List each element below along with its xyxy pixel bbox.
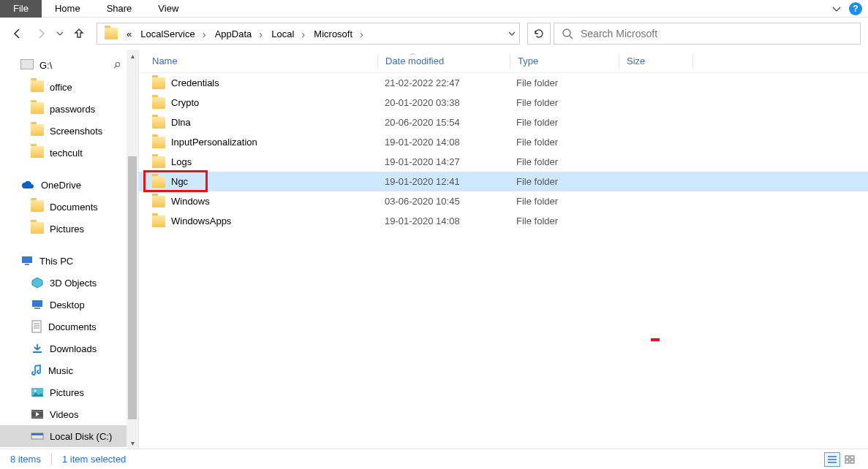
- table-row[interactable]: Dlna20-06-2020 15:54File folder: [139, 113, 868, 132]
- tree-item[interactable]: Downloads: [0, 338, 138, 359]
- tree-item-label: G:\: [39, 60, 52, 71]
- scroll-up-icon[interactable]: ▴: [131, 50, 135, 61]
- tree-item[interactable]: Pictures: [0, 381, 138, 403]
- col-name[interactable]: Name: [139, 56, 377, 66]
- folder-icon: [152, 137, 165, 148]
- file-name: InputPersonalization: [171, 137, 257, 148]
- table-row[interactable]: Logs19-01-2020 14:27File folder: [139, 152, 868, 172]
- music-icon: [31, 364, 42, 377]
- folder-icon: [152, 196, 165, 207]
- file-date: 21-02-2022 22:47: [377, 77, 509, 88]
- file-name: Credentials: [171, 77, 219, 88]
- table-row[interactable]: WindowsApps19-01-2020 14:08File folder: [139, 211, 868, 231]
- tree-item[interactable]: OneDrive: [0, 174, 138, 196]
- breadcrumb-seg-1[interactable]: AppData: [211, 23, 268, 44]
- tree-item[interactable]: Screenshots: [0, 120, 138, 142]
- file-date: 19-01-2020 14:08: [377, 216, 509, 226]
- tree-item-label: Screenshots: [50, 126, 102, 137]
- status-selection: 1 item selected: [62, 454, 126, 465]
- address-bar[interactable]: « LocalService AppData Local Microsoft: [97, 23, 520, 45]
- tree-item-label: Desktop: [50, 300, 85, 310]
- table-row[interactable]: Ngc19-01-2020 12:41File folder: [139, 172, 868, 191]
- ribbon-tab-share[interactable]: Share: [94, 0, 146, 18]
- ribbon-tab-view[interactable]: View: [145, 0, 192, 18]
- tree-item-label: Downloads: [50, 343, 97, 354]
- table-row[interactable]: InputPersonalization19-01-2020 14:08File…: [139, 132, 868, 152]
- ribbon-tab-home[interactable]: Home: [42, 0, 94, 18]
- search-input[interactable]: [581, 28, 853, 39]
- folder-icon: [152, 216, 165, 227]
- folder-icon: [31, 102, 44, 116]
- search-box[interactable]: [554, 23, 861, 45]
- tree-item[interactable]: Pictures: [0, 218, 138, 240]
- tree-item-label: Videos: [50, 409, 79, 420]
- tree-item[interactable]: Desktop: [0, 294, 138, 316]
- tree-item-label: techcult: [50, 148, 83, 159]
- table-row[interactable]: Credentials21-02-2022 22:47File folder: [139, 73, 868, 93]
- view-thumbnails-button[interactable]: [842, 452, 858, 467]
- tree-item[interactable]: This PC: [0, 250, 138, 272]
- svg-rect-3: [32, 300, 42, 307]
- tree-item[interactable]: Local Disk (C:): [0, 425, 138, 447]
- tree-item[interactable]: techcult: [0, 142, 138, 164]
- scroll-thumb[interactable]: [128, 156, 137, 419]
- file-date: 19-01-2020 14:27: [377, 156, 509, 167]
- tree-item[interactable]: Documents: [0, 196, 138, 218]
- breadcrumb-seg-3[interactable]: Microsoft: [309, 23, 368, 44]
- tree-item[interactable]: Documents: [0, 316, 138, 338]
- file-type: File folder: [509, 77, 617, 88]
- videos-icon: [31, 408, 44, 420]
- ribbon-tab-file[interactable]: File: [0, 0, 42, 18]
- nav-row: « LocalService AppData Local Microsoft: [0, 18, 868, 50]
- docs-icon: [31, 320, 42, 333]
- up-button[interactable]: [69, 23, 89, 44]
- folder-icon: [152, 97, 165, 109]
- file-name: Crypto: [171, 97, 199, 108]
- tree-item-label: This PC: [39, 256, 73, 267]
- back-button[interactable]: [7, 23, 28, 44]
- address-dropdown-icon[interactable]: [507, 29, 516, 38]
- table-row[interactable]: Crypto20-01-2020 03:38File folder: [139, 93, 868, 113]
- folder-icon: [31, 124, 44, 138]
- folder-icon: [31, 80, 44, 94]
- recent-dropdown-icon[interactable]: [54, 23, 66, 44]
- ribbon-expand-icon[interactable]: [831, 4, 842, 14]
- svg-rect-10: [31, 433, 43, 435]
- file-date: 20-01-2020 03:38: [377, 97, 509, 108]
- tree-item[interactable]: office: [0, 76, 138, 98]
- col-date[interactable]: Date modified: [378, 56, 510, 66]
- tree-item[interactable]: 3D Objects: [0, 272, 138, 294]
- svg-rect-13: [845, 460, 849, 463]
- tree-item[interactable]: G:\⚲: [0, 54, 138, 76]
- tree-scrollbar[interactable]: ▴ ▾: [127, 50, 138, 449]
- column-headers: ︿ Name Date modified Type Size: [139, 50, 868, 73]
- breadcrumb-folder-icon[interactable]: [100, 23, 122, 44]
- localdisk-icon: [31, 430, 44, 442]
- tree-item[interactable]: passwords: [0, 98, 138, 120]
- table-row[interactable]: Windows03-06-2020 10:45File folder: [139, 191, 868, 211]
- tree-item[interactable]: Videos: [0, 403, 138, 425]
- svg-point-0: [563, 29, 570, 37]
- help-icon[interactable]: ?: [849, 2, 862, 15]
- annotation-mark: [651, 338, 660, 341]
- file-type: File folder: [509, 137, 617, 148]
- nav-tree: G:\⚲officepasswordsScreenshotstechcultOn…: [0, 50, 139, 449]
- folder-icon: [152, 117, 165, 129]
- folder-icon: [31, 146, 44, 160]
- forward-button[interactable]: [31, 23, 51, 44]
- pictures-icon: [31, 386, 44, 398]
- tree-item-label: Pictures: [50, 224, 84, 234]
- file-type: File folder: [509, 176, 617, 187]
- folder-icon: [152, 77, 165, 89]
- tree-item[interactable]: Music: [0, 359, 138, 381]
- col-size[interactable]: Size: [619, 56, 692, 66]
- scroll-down-icon[interactable]: ▾: [131, 437, 135, 449]
- col-type[interactable]: Type: [510, 56, 619, 66]
- view-details-button[interactable]: [824, 452, 840, 467]
- file-type: File folder: [509, 216, 617, 226]
- breadcrumb-seg-0[interactable]: LocalService: [136, 23, 210, 44]
- breadcrumb-seg-2[interactable]: Local: [267, 23, 309, 44]
- desktop-icon: [31, 299, 44, 310]
- refresh-button[interactable]: [527, 23, 551, 45]
- tree-item-label: office: [50, 82, 72, 93]
